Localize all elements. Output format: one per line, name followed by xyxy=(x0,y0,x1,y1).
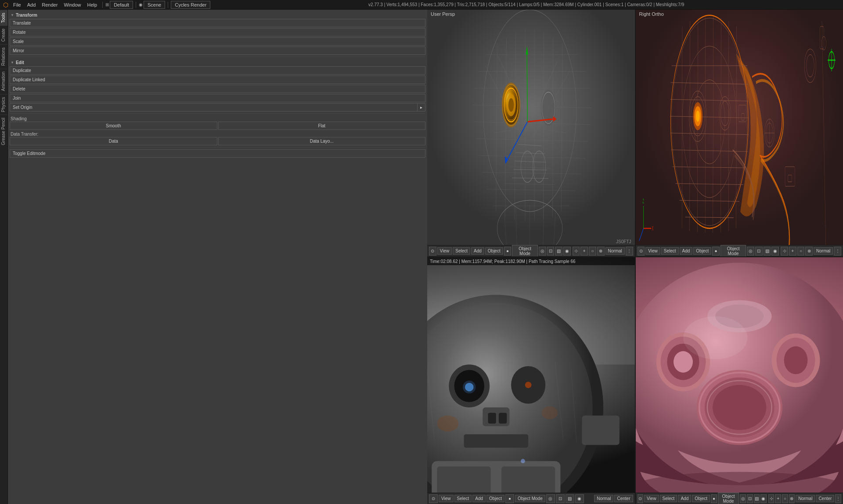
data-button[interactable]: Data xyxy=(10,137,217,145)
viewport-topleft[interactable]: User Persp JS0FTJ ⊙ View Select Add Obje… xyxy=(427,10,635,256)
vp-botleft-center[interactable]: Center xyxy=(614,495,633,502)
engine-dropdown[interactable]: Cycles Render xyxy=(171,1,210,9)
sidebar-tab-grease-pencil[interactable]: Grease Pencil xyxy=(0,115,7,148)
vp-topright-select[interactable]: Select xyxy=(661,247,679,255)
scene-dropdown[interactable]: Scene xyxy=(144,1,165,9)
vp-topleft-view[interactable]: View xyxy=(437,247,452,255)
shading2-icon3[interactable]: ▧ xyxy=(764,247,771,256)
vp-botleft-mode[interactable]: Object Mode xyxy=(515,495,545,502)
sidebar-tab-create[interactable]: Create xyxy=(0,25,7,44)
shading3-icon3[interactable]: ▧ xyxy=(566,494,574,503)
extra-tools2[interactable]: ⋮ xyxy=(834,247,841,256)
vp-topright-add[interactable]: Add xyxy=(680,247,693,255)
vp-topleft-normal[interactable]: Normal xyxy=(605,247,625,255)
nav4-icon-4[interactable]: ⊗ xyxy=(789,494,795,503)
shading-icon3[interactable]: ▧ xyxy=(555,247,562,256)
sidebar-tab-tools[interactable]: Tools xyxy=(0,10,7,25)
viewport-botright[interactable]: ⊙ View Select Add Object ● Object Mode ◎… xyxy=(636,257,843,504)
menu-render[interactable]: Render xyxy=(39,1,60,8)
vp-botleft-view[interactable]: View xyxy=(439,495,454,502)
nav-icon-3[interactable]: ○ xyxy=(589,247,596,256)
viewport-topright[interactable]: X Z Right Ortho (46) Cylinder.001 ⊙ View… xyxy=(636,10,843,256)
vp-view-icon[interactable]: ⊙ xyxy=(429,247,436,256)
delete-button[interactable]: Delete xyxy=(10,85,425,93)
sidebar-tab-physics[interactable]: Physics xyxy=(0,94,7,115)
viewport-botleft[interactable]: Time:02:08.62 | Mem:1157.94M; Peak:1182.… xyxy=(427,257,635,504)
workspace-dropdown[interactable]: Default xyxy=(110,1,133,9)
shading-icon4[interactable]: ◉ xyxy=(563,247,571,256)
nav2-icon-3[interactable]: ○ xyxy=(797,247,805,256)
set-origin-button[interactable]: Set Origin xyxy=(10,103,418,112)
sidebar-tab-animation[interactable]: Animation xyxy=(0,68,7,94)
nav2-icon-1[interactable]: ⊹ xyxy=(781,247,788,256)
nav-icon-1[interactable]: ⊹ xyxy=(573,247,580,256)
shading4-icon2[interactable]: ⊡ xyxy=(747,494,753,503)
nav-icon-2[interactable]: + xyxy=(580,247,588,256)
sidebar-tab-relations[interactable]: Relations xyxy=(0,44,7,68)
data-layout-button[interactable]: Data Layo... xyxy=(218,137,426,145)
vp-topleft-mode[interactable]: Object Mode xyxy=(512,245,537,257)
vp-botleft-add[interactable]: Add xyxy=(472,495,486,502)
nav-icon-4[interactable]: ⊗ xyxy=(597,247,605,256)
nav2-icon-2[interactable]: + xyxy=(789,247,796,256)
shading3-icon1[interactable]: ◎ xyxy=(546,494,555,503)
vp-botright-view[interactable]: View xyxy=(644,495,659,502)
vp-topright-view-icon[interactable]: ⊙ xyxy=(638,247,645,256)
rotate-button[interactable]: Rotate xyxy=(10,28,425,36)
vp-topright-normal[interactable]: Normal xyxy=(814,247,833,255)
shading4-icon3[interactable]: ▧ xyxy=(754,494,760,503)
vp-botleft-normal[interactable]: Normal xyxy=(594,495,613,502)
scale-button[interactable]: Scale xyxy=(10,37,425,46)
vp-topright-object[interactable]: Object xyxy=(693,247,711,255)
divider-3 xyxy=(168,2,168,8)
menu-window[interactable]: Window xyxy=(61,1,83,8)
vp-botright-object[interactable]: Object xyxy=(692,495,710,502)
vp-botright-mode[interactable]: Object Mode xyxy=(718,493,739,504)
shading2-icon4[interactable]: ◉ xyxy=(771,247,779,256)
vp-botleft-view-icon[interactable]: ⊙ xyxy=(429,494,438,503)
shading4-icon4[interactable]: ◉ xyxy=(760,494,767,503)
mirror-button[interactable]: Mirror xyxy=(10,47,425,55)
vp-topright-mode[interactable]: Object Mode xyxy=(721,245,746,257)
smooth-button[interactable]: Smooth xyxy=(10,122,217,130)
duplicate-button[interactable]: Duplicate xyxy=(10,66,425,75)
nav4-icon-3[interactable]: ○ xyxy=(782,494,788,503)
set-origin-arrow-icon[interactable]: ▸ xyxy=(418,103,425,112)
vp-topleft-add[interactable]: Add xyxy=(471,247,484,255)
shading3-icon4[interactable]: ◉ xyxy=(575,494,584,503)
nav2-icon-4[interactable]: ⊗ xyxy=(805,247,813,256)
shading2-icon2[interactable]: ⊡ xyxy=(755,247,763,256)
extra-tools4[interactable]: ⋮ xyxy=(835,494,841,503)
shading2-icon1[interactable]: ◎ xyxy=(747,247,754,256)
vp-botleft-select[interactable]: Select xyxy=(454,495,472,502)
shading3-icon2[interactable]: ⊡ xyxy=(556,494,565,503)
vp-topleft-select[interactable]: Select xyxy=(453,247,470,255)
divider-2 xyxy=(136,2,136,8)
menu-help[interactable]: Help xyxy=(85,1,100,8)
toggle-editmode-button[interactable]: Toggle Editmode xyxy=(10,149,425,158)
sidebar-content: Transform Translate Rotate Scale Mirror … xyxy=(8,10,427,504)
vp-botleft-object[interactable]: Object xyxy=(486,495,504,502)
svg-point-154 xyxy=(713,385,766,430)
shading4-icon1[interactable]: ◎ xyxy=(740,494,746,503)
vp-botright-add[interactable]: Add xyxy=(678,495,691,502)
svg-text:Z: Z xyxy=(642,197,644,204)
vp-topright-view[interactable]: View xyxy=(645,247,660,255)
translate-button[interactable]: Translate xyxy=(10,19,425,27)
vp-botright-select[interactable]: Select xyxy=(660,495,677,502)
duplicate-linked-button[interactable]: Duplicate Linked xyxy=(10,76,425,84)
vp-botright-view-icon[interactable]: ⊙ xyxy=(638,494,644,503)
blender-logo-icon[interactable]: ⬡ xyxy=(2,1,10,9)
vp-botright-normal[interactable]: Normal xyxy=(796,495,815,502)
menu-file[interactable]: File xyxy=(11,1,24,8)
join-button[interactable]: Join xyxy=(10,94,425,102)
flat-button[interactable]: Flat xyxy=(218,122,426,130)
shading-icon1[interactable]: ◎ xyxy=(539,247,546,256)
menu-add[interactable]: Add xyxy=(25,1,39,8)
extra-tools[interactable]: ⋮ xyxy=(626,247,633,256)
nav4-icon-2[interactable]: + xyxy=(775,494,781,503)
nav4-icon-1[interactable]: ⊹ xyxy=(768,494,775,503)
vp-topleft-object[interactable]: Object xyxy=(485,247,503,255)
vp-botright-center[interactable]: Center xyxy=(816,495,834,502)
shading-icon2[interactable]: ⊡ xyxy=(547,247,555,256)
